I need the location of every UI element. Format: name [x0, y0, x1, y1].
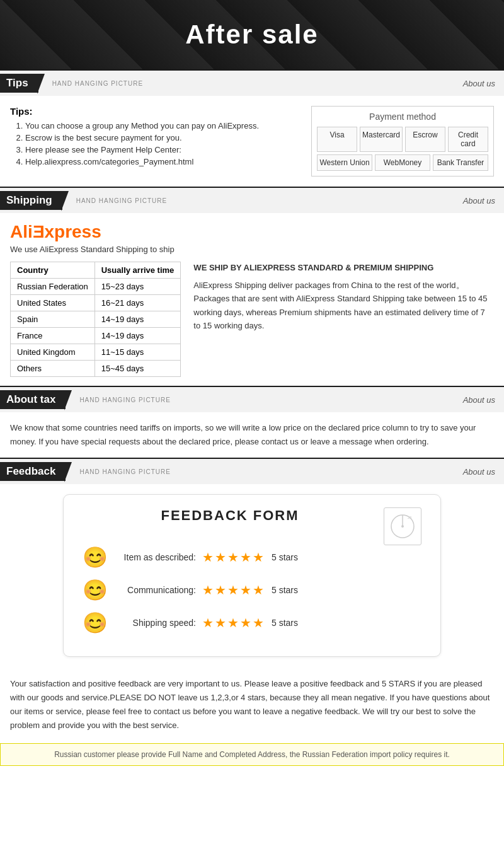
aliexpress-logo: AliExpress — [10, 222, 494, 242]
country-france: France — [11, 328, 95, 344]
days-russia: 15~23 days — [94, 279, 181, 295]
col-arrival: Usually arrive time — [94, 262, 181, 279]
payment-westernunion: Western Union — [317, 154, 372, 171]
hero-banner: After sale — [0, 0, 504, 69]
country-spain: Spain — [11, 311, 95, 328]
feedback-row-3: 😊 Shipping speed: ★★★★★ 5 stars — [83, 611, 421, 635]
count-3: 5 stars — [272, 618, 298, 628]
label-3: Shipping speed: — [114, 618, 196, 628]
tax-about-us: About us — [463, 395, 495, 405]
tip-item-1: You can choose a group any Method you ca… — [25, 121, 296, 130]
tips-about-us: About us — [463, 79, 495, 88]
tax-sub: HAND HANGING PICTURE — [79, 396, 170, 403]
table-row: United States 16~21 days — [11, 295, 181, 311]
svg-text:25: 25 — [408, 516, 412, 519]
tip-item-2: Escrow is the best secure payment for yo… — [25, 133, 296, 142]
country-uk: United Kingdom — [11, 344, 95, 361]
tips-left: Tips: You can choose a group any Method … — [10, 106, 296, 176]
payment-mastercard: Mastercard — [360, 127, 403, 152]
label-2: Communicationg: — [114, 585, 196, 595]
feedback-form-title: FEEDBACK FORM — [83, 507, 377, 524]
stars-2: ★★★★★ — [202, 582, 265, 598]
shipping-sub: HAND HANGING PICTURE — [76, 197, 167, 204]
footer-notice: Russian customer please provide Full Nam… — [0, 743, 504, 766]
feedback-stamp: 25 — [384, 507, 421, 545]
shipping-info-title: WE SHIP BY ALIEXPRESS STANDARD & PREMIUM… — [193, 262, 494, 275]
footer-notice-text: Russian customer please provide Full Nam… — [54, 750, 450, 759]
payment-escrow: Escrow — [405, 127, 445, 152]
tips-content: Tips: You can choose a group any Method … — [0, 96, 504, 187]
col-country: Country — [11, 262, 95, 279]
feedback-sub: HAND HANGING PICTURE — [79, 468, 170, 475]
shipping-title: Shipping — [0, 191, 62, 210]
payment-row1: Visa Mastercard Escrow Credit card — [317, 127, 488, 152]
days-spain: 14~19 days — [94, 311, 181, 328]
label-1: Item as described: — [114, 552, 196, 562]
feedback-content: FEEDBACK FORM 25 😊 Item as described: ★★… — [0, 484, 504, 667]
count-1: 5 stars — [272, 552, 298, 562]
payment-creditcard: Credit card — [448, 127, 488, 152]
country-others: Others — [11, 361, 95, 377]
count-2: 5 stars — [272, 585, 298, 595]
stars-1: ★★★★★ — [202, 550, 265, 565]
shipping-main: Country Usually arrive time Russian Fede… — [10, 262, 494, 377]
days-france: 14~19 days — [94, 328, 181, 344]
tip-item-4: Help.aliexpress.com/categories_Payment.h… — [25, 157, 296, 166]
stamp-icon: 25 — [389, 512, 416, 540]
shipping-info: WE SHIP BY ALIEXPRESS STANDARD & PREMIUM… — [193, 262, 494, 333]
tips-label: Tips: — [10, 106, 33, 117]
payment-visa: Visa — [317, 127, 357, 152]
tips-sub: HAND HANGING PICTURE — [52, 80, 143, 87]
payment-method-box: Payment method Visa Mastercard Escrow Cr… — [311, 106, 494, 176]
payment-title: Payment method — [317, 112, 488, 122]
table-row: France 14~19 days — [11, 328, 181, 344]
shipping-info-text: AliExpress Shipping deliver packages fro… — [193, 279, 494, 333]
feedback-row-1: 😊 Item as described: ★★★★★ 5 stars — [83, 545, 421, 569]
emoji-1: 😊 — [83, 545, 108, 569]
table-row: Spain 14~19 days — [11, 311, 181, 328]
payment-banktransfer: Bank Transfer — [433, 154, 488, 171]
days-others: 15~45 days — [94, 361, 181, 377]
emoji-3: 😊 — [83, 611, 108, 635]
table-row: Others 15~45 days — [11, 361, 181, 377]
shipping-table: Country Usually arrive time Russian Fede… — [10, 262, 181, 377]
emoji-2: 😊 — [83, 578, 108, 602]
country-russia: Russian Federation — [11, 279, 95, 295]
shipping-table-wrap: Country Usually arrive time Russian Fede… — [10, 262, 181, 377]
shipping-header: Shipping HAND HANGING PICTURE About us — [0, 187, 504, 213]
tax-text: We know that some countries need tariffs… — [10, 421, 494, 449]
payment-row2: Western Union WebMoney Bank Transfer — [317, 154, 488, 171]
days-us: 16~21 days — [94, 295, 181, 311]
stars-3: ★★★★★ — [202, 615, 265, 630]
tax-header: About tax HAND HANGING PICTURE About us — [0, 386, 504, 412]
shipping-content: AliExpress We use AliExpress Standard Sh… — [0, 213, 504, 386]
feedback-row-2: 😊 Communicationg: ★★★★★ 5 stars — [83, 578, 421, 602]
payment-webmoney: WebMoney — [375, 154, 430, 171]
tip-item-3: Here please see the Payment Help Center: — [25, 145, 296, 154]
feedback-box: FEEDBACK FORM 25 😊 Item as described: ★★… — [63, 494, 441, 657]
tips-title: Tips — [0, 74, 38, 93]
feedback-title: Feedback — [0, 462, 66, 481]
feedback-header: Feedback HAND HANGING PICTURE About us — [0, 458, 504, 484]
shipping-about-us: About us — [463, 196, 495, 205]
table-row: Russian Federation 15~23 days — [11, 279, 181, 295]
hero-title: After sale — [185, 20, 318, 50]
feedback-about-us: About us — [463, 467, 495, 477]
tax-content: We know that some countries need tariffs… — [0, 412, 504, 458]
bottom-text: Your satisfaction and positive feedback … — [0, 667, 504, 743]
shipping-subtitle: We use AliExpress Standard Shipping to s… — [10, 245, 494, 254]
country-us: United States — [11, 295, 95, 311]
tax-title: About tax — [0, 390, 66, 409]
days-uk: 11~15 days — [94, 344, 181, 361]
payment-box-inner: Payment method Visa Mastercard Escrow Cr… — [311, 106, 494, 176]
bottom-paragraph: Your satisfaction and positive feedback … — [10, 677, 494, 732]
tips-header: Tips HAND HANGING PICTURE About us — [0, 69, 504, 96]
table-row: United Kingdom 11~15 days — [11, 344, 181, 361]
